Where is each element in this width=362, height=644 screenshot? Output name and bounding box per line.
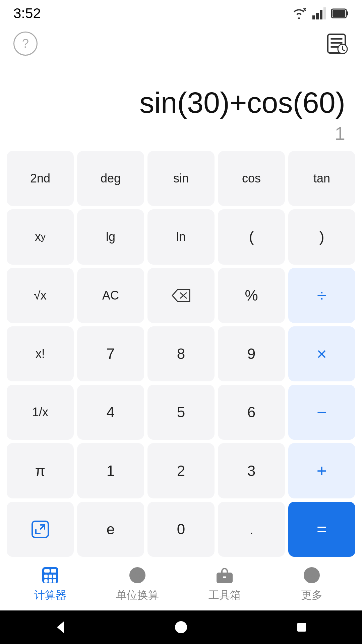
svg-rect-2: [312, 15, 315, 19]
key-pi[interactable]: π: [7, 443, 74, 498]
key-8[interactable]: 8: [147, 326, 215, 381]
nav-item-more[interactable]: 更多: [268, 565, 355, 603]
key-7[interactable]: 7: [77, 326, 144, 381]
key-9[interactable]: 9: [218, 326, 285, 381]
home-button[interactable]: [173, 619, 189, 636]
svg-point-39: [175, 621, 187, 633]
key-percent[interactable]: %: [218, 268, 285, 323]
more-nav-icon: [302, 565, 322, 585]
key-sqrt[interactable]: √x: [7, 268, 74, 323]
svg-rect-28: [53, 579, 56, 583]
key-reciprocal[interactable]: 1/x: [7, 385, 74, 440]
key-row-5: 1/x 4 5 6 −: [7, 385, 355, 440]
key-divide[interactable]: ÷: [288, 268, 355, 323]
nav-label-unit: 单位换算: [116, 588, 159, 603]
calculator-nav-icon: [40, 565, 60, 585]
key-lg[interactable]: lg: [77, 209, 144, 264]
svg-point-37: [314, 574, 316, 576]
unit-nav-icon: [127, 565, 147, 585]
key-power[interactable]: xy: [7, 209, 74, 264]
key-deg[interactable]: deg: [77, 151, 144, 206]
bottom-nav: 计算器 单位换算 工具箱: [0, 557, 362, 610]
svg-rect-27: [49, 579, 52, 583]
key-2[interactable]: 2: [147, 443, 215, 498]
keypad: 2nd deg sin cos tan xy lg ln ( ) √x AC %…: [0, 148, 362, 557]
key-row-1: 2nd deg sin cos tan: [7, 151, 355, 206]
key-ac[interactable]: AC: [77, 268, 144, 323]
status-icons: [291, 7, 349, 19]
display-area: sin(30)+cos(60) 1: [0, 60, 362, 148]
recents-button[interactable]: [293, 619, 310, 636]
toolbox-nav-icon: [215, 565, 235, 585]
back-button[interactable]: [52, 619, 69, 636]
key-5[interactable]: 5: [147, 385, 215, 440]
key-1[interactable]: 1: [77, 443, 144, 498]
key-equals[interactable]: =: [288, 502, 355, 557]
key-2nd[interactable]: 2nd: [7, 151, 74, 206]
display-expression: sin(30)+cos(60): [139, 87, 345, 119]
key-6[interactable]: 6: [218, 385, 285, 440]
key-subtract[interactable]: −: [288, 385, 355, 440]
nav-label-more: 更多: [301, 588, 322, 603]
svg-rect-5: [323, 7, 326, 19]
key-row-6: π 1 2 3 +: [7, 443, 355, 498]
help-button[interactable]: ?: [13, 32, 38, 56]
key-cos[interactable]: cos: [218, 151, 285, 206]
status-bar: 3:52: [0, 0, 362, 27]
key-open-paren[interactable]: (: [218, 209, 285, 264]
key-row-7: e 0 . =: [7, 502, 355, 557]
top-bar: ?: [0, 27, 362, 60]
svg-marker-38: [57, 622, 64, 633]
svg-rect-25: [53, 575, 56, 578]
key-sin[interactable]: sin: [147, 151, 215, 206]
svg-rect-24: [49, 575, 52, 578]
key-row-2: xy lg ln ( ): [7, 209, 355, 264]
backspace-icon: [171, 288, 191, 303]
svg-rect-22: [51, 569, 56, 573]
key-row-3: √x AC % ÷: [7, 268, 355, 323]
nav-label-toolbox: 工具箱: [208, 588, 241, 603]
svg-rect-21: [44, 569, 50, 573]
sys-nav: [0, 610, 362, 644]
key-add[interactable]: +: [288, 443, 355, 498]
svg-point-36: [311, 574, 313, 576]
nav-item-unit[interactable]: 单位换算: [94, 565, 181, 603]
battery-icon: [331, 7, 349, 19]
key-row-4: x! 7 8 9 ×: [7, 326, 355, 381]
nav-item-calculator[interactable]: 计算器: [7, 565, 94, 603]
svg-rect-40: [297, 623, 306, 632]
key-dot[interactable]: .: [218, 502, 285, 557]
key-3[interactable]: 3: [218, 443, 285, 498]
svg-point-35: [307, 574, 310, 576]
signal-icon: [312, 7, 326, 19]
svg-rect-23: [44, 575, 48, 578]
svg-rect-33: [223, 576, 227, 579]
svg-rect-3: [316, 13, 319, 19]
key-factorial[interactable]: x!: [7, 326, 74, 381]
wifi-icon: [291, 7, 307, 19]
svg-rect-8: [333, 10, 345, 17]
key-backspace[interactable]: [147, 268, 215, 323]
status-time: 3:52: [13, 5, 41, 21]
key-0[interactable]: 0: [147, 502, 215, 557]
key-tan[interactable]: tan: [288, 151, 355, 206]
key-collapse[interactable]: [7, 502, 74, 557]
key-4[interactable]: 4: [77, 385, 144, 440]
history-button[interactable]: [324, 32, 349, 56]
svg-rect-7: [346, 11, 348, 15]
nav-item-toolbox[interactable]: 工具箱: [181, 565, 268, 603]
collapse-icon: [31, 520, 49, 538]
display-result: 1: [335, 122, 345, 144]
key-multiply[interactable]: ×: [288, 326, 355, 381]
svg-rect-26: [44, 579, 48, 583]
nav-label-calculator: 计算器: [34, 588, 66, 603]
key-ln[interactable]: ln: [147, 209, 215, 264]
history-icon: [324, 32, 349, 56]
key-close-paren[interactable]: ): [288, 209, 355, 264]
key-e[interactable]: e: [77, 502, 144, 557]
svg-rect-4: [320, 10, 322, 19]
